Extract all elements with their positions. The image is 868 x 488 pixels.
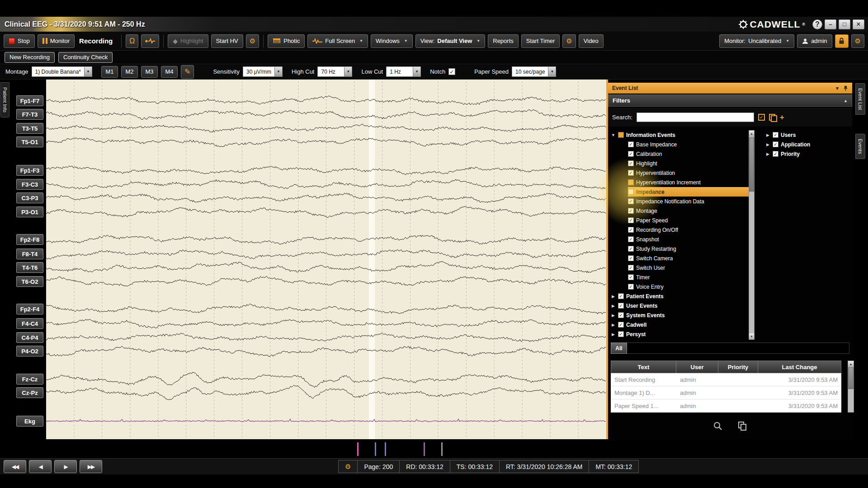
- event-marker-tick[interactable]: [385, 442, 386, 456]
- tree-item-hyperventilation-increment[interactable]: Hyperventilation Increment: [628, 178, 750, 187]
- tree-group-patient-events[interactable]: ▶Patient Events: [611, 291, 756, 301]
- event-marker-tick[interactable]: [375, 442, 376, 456]
- chevron-down-icon[interactable]: ▼: [344, 67, 352, 76]
- windows-dropdown[interactable]: Windows ▼: [371, 34, 413, 48]
- tab-events[interactable]: Events: [855, 134, 865, 159]
- channel-label-fz-cz[interactable]: Fz-Cz: [16, 374, 43, 385]
- scroll-up-icon[interactable]: ▲: [848, 361, 854, 367]
- chevron-down-icon[interactable]: ▼: [548, 67, 556, 76]
- montage-m4-button[interactable]: M4: [161, 66, 178, 78]
- checkbox[interactable]: [628, 170, 634, 176]
- chevron-right-icon[interactable]: ▶: [611, 304, 616, 308]
- channel-label-fp2-f8[interactable]: Fp2-F8: [16, 234, 43, 245]
- eeg-trace-area[interactable]: [46, 80, 606, 439]
- column-header-priority[interactable]: Priority: [718, 361, 758, 373]
- copy-events-icon[interactable]: [737, 421, 747, 431]
- checkbox[interactable]: [618, 322, 624, 328]
- checkbox[interactable]: [628, 151, 634, 157]
- event-marker-tick[interactable]: [357, 442, 359, 456]
- tree-item-voice-entry[interactable]: Voice Entry: [628, 282, 750, 291]
- monitor-calibration-dropdown[interactable]: Monitor: Uncalibrated ▼: [719, 34, 794, 48]
- chevron-down-icon[interactable]: ▼: [274, 67, 282, 76]
- channel-label-c4-p4[interactable]: C4-P4: [16, 332, 43, 343]
- tree-item-switch-camera[interactable]: Switch Camera: [628, 253, 750, 263]
- channel-label-t3-t5[interactable]: T3-T5: [16, 123, 43, 134]
- channel-label-f7-t3[interactable]: F7-T3: [16, 109, 43, 120]
- tree-item-study-restarting[interactable]: Study Restarting: [628, 244, 750, 253]
- checkbox[interactable]: [628, 284, 634, 290]
- checkbox[interactable]: [618, 293, 624, 299]
- help-icon[interactable]: ?: [812, 19, 822, 29]
- checkbox[interactable]: [618, 132, 624, 138]
- checkbox[interactable]: [628, 189, 634, 195]
- checkbox[interactable]: [628, 198, 634, 204]
- timer-settings-button[interactable]: ⚙: [562, 34, 576, 48]
- checkbox[interactable]: [628, 274, 634, 280]
- sensitivity-dropdown[interactable]: 30 µV/mm ▼: [243, 66, 283, 77]
- column-header-user[interactable]: User: [676, 361, 718, 373]
- all-filter-input[interactable]: [627, 343, 849, 354]
- collapse-up-icon[interactable]: ▲: [844, 99, 848, 103]
- high-cut-dropdown[interactable]: 70 Hz ▼: [317, 66, 352, 77]
- channel-label-fp1-f7[interactable]: Fp1-F7: [16, 95, 43, 106]
- rewind-button[interactable]: ◀◀: [4, 460, 26, 473]
- panel-collapse-icon[interactable]: ▼: [835, 86, 840, 91]
- tree-item-switch-user[interactable]: Switch User: [628, 263, 750, 272]
- stop-button[interactable]: Stop: [4, 34, 35, 48]
- event-list-header[interactable]: Event List ▼: [608, 83, 852, 94]
- channel-label-c3-p3[interactable]: C3-P3: [16, 192, 43, 203]
- chevron-right-icon[interactable]: ▶: [765, 142, 770, 147]
- tree-scrollbar[interactable]: ▲ ▼: [749, 130, 755, 340]
- tree-item-hyperventilation[interactable]: Hyperventilation: [628, 168, 750, 178]
- tree-item-information-events[interactable]: ▼Information Events: [611, 130, 756, 140]
- checkbox[interactable]: [773, 141, 778, 147]
- scroll-down-icon[interactable]: ▼: [749, 333, 754, 339]
- notch-checkbox[interactable]: ✓: [448, 68, 455, 75]
- channel-label-f4-c4[interactable]: F4-C4: [16, 318, 43, 329]
- channel-label-f8-t4[interactable]: F8-T4: [16, 249, 43, 259]
- chevron-right-icon[interactable]: ▶: [611, 323, 616, 327]
- checkbox[interactable]: [628, 236, 634, 242]
- user-menu[interactable]: admin: [797, 34, 832, 48]
- checkbox[interactable]: [628, 246, 634, 252]
- start-hv-button[interactable]: Start HV: [211, 34, 243, 48]
- checkbox[interactable]: [618, 303, 624, 309]
- scrollbar-thumb[interactable]: [749, 137, 754, 192]
- channel-label-f3-c3[interactable]: F3-C3: [16, 179, 43, 190]
- tree-item-snapshot[interactable]: Snapshot: [628, 235, 750, 244]
- search-input[interactable]: [637, 113, 754, 122]
- full-screen-button[interactable]: Full Screen ▼: [307, 34, 368, 48]
- tab-event-list[interactable]: Event List: [855, 83, 865, 115]
- next-page-button[interactable]: ▶: [54, 460, 77, 473]
- tree-group-user-events[interactable]: ▶User Events: [611, 301, 756, 310]
- tree-item-highlight[interactable]: Highlight: [628, 159, 750, 168]
- previous-page-button[interactable]: ◀: [29, 460, 52, 473]
- channel-label-t4-t6[interactable]: T4-T6: [16, 262, 43, 273]
- montage-m3-button[interactable]: M3: [141, 66, 158, 78]
- reports-button[interactable]: Reports: [488, 34, 519, 48]
- scrollbar-thumb[interactable]: [848, 367, 854, 389]
- event-marker-button[interactable]: [141, 34, 159, 48]
- channel-label-t6-o2[interactable]: T6-O2: [16, 276, 43, 287]
- tree-item-calibration[interactable]: Calibration: [628, 149, 750, 159]
- patient-info-tab[interactable]: Patient Info: [0, 82, 9, 117]
- highlight-button[interactable]: ◆ Highlight: [168, 34, 208, 48]
- chevron-right-icon[interactable]: ▶: [765, 133, 770, 137]
- montage-dropdown[interactable]: 1) Double Banana* ▼: [32, 66, 92, 77]
- video-button[interactable]: Video: [579, 34, 604, 48]
- tree-item-montage[interactable]: Montage: [628, 206, 750, 216]
- monitor-button[interactable]: Monitor: [38, 34, 75, 48]
- minimize-button[interactable]: –: [825, 19, 836, 29]
- tree-group-application[interactable]: ▶Application: [765, 140, 851, 149]
- tree-item-recording-on-off[interactable]: Recording On/Off: [628, 225, 750, 235]
- column-header-text[interactable]: Text: [611, 361, 676, 373]
- channel-label-ekg[interactable]: Ekg: [16, 416, 43, 427]
- continuity-check-button[interactable]: Continuity Check: [58, 52, 113, 63]
- tree-item-impedance-notification-data[interactable]: Impedance Notification Data: [628, 197, 750, 206]
- new-recording-button[interactable]: New Recording: [5, 52, 55, 63]
- search-events-icon[interactable]: [713, 421, 723, 431]
- all-button[interactable]: All: [611, 343, 627, 354]
- checkbox[interactable]: [628, 160, 634, 166]
- event-marker-tick[interactable]: [424, 442, 425, 456]
- checkbox[interactable]: [618, 312, 624, 318]
